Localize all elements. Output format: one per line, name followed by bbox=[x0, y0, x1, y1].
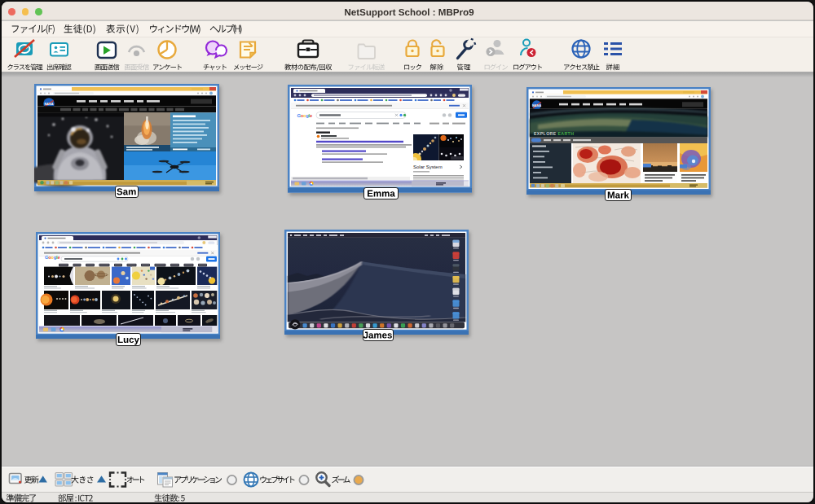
svg-text:EXPLORE EARTH: EXPLORE EARTH bbox=[534, 131, 574, 136]
svg-text:NASA: NASA bbox=[532, 104, 541, 107]
svg-text:Solar System: Solar System bbox=[413, 164, 443, 169]
svg-text:Google: Google bbox=[45, 255, 60, 260]
svg-text:Google: Google bbox=[297, 113, 313, 118]
svg-text:NASA: NASA bbox=[45, 102, 54, 105]
